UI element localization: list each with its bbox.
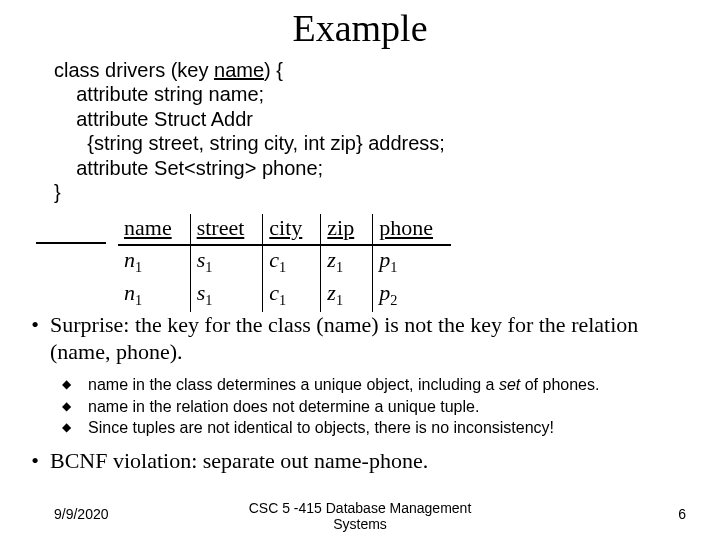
- footer-center: CSC 5 -415 Database Management Systems: [0, 501, 720, 532]
- code-l6: }: [54, 181, 61, 203]
- code-l3: attribute Struct Addr: [54, 108, 253, 130]
- bullet-2: • BCNF violation: separate out name-phon…: [20, 448, 694, 475]
- th-street: street: [190, 214, 263, 245]
- diamond-icon: ◆: [62, 374, 88, 396]
- cell: z1: [321, 279, 373, 312]
- bullet-dot: •: [20, 312, 50, 366]
- code-l1-key: name: [214, 59, 264, 81]
- th-name: name: [118, 214, 190, 245]
- cell: z1: [321, 245, 373, 279]
- code-l1a: class drivers (key: [54, 59, 214, 81]
- lead-line: [36, 242, 106, 244]
- cell: n1: [118, 245, 190, 279]
- diamond-icon: ◆: [62, 417, 88, 439]
- code-l5: attribute Set<string> phone;: [54, 157, 323, 179]
- cell: s1: [190, 245, 263, 279]
- cell: c1: [263, 279, 321, 312]
- code-l4: {string street, string city, int zip} ad…: [54, 132, 445, 154]
- table-row: n1 s1 c1 z1 p1: [118, 245, 451, 279]
- slide: Example class drivers (key name) { attri…: [0, 0, 720, 540]
- th-phone: phone: [373, 214, 451, 245]
- bullet-2-text: BCNF violation: separate out name-phone.: [50, 448, 428, 475]
- relation-table: name street city zip phone n1 s1 c1 z1 p…: [118, 214, 451, 312]
- table-row: n1 s1 c1 z1 p2: [118, 279, 451, 312]
- footer-page-number: 6: [678, 506, 686, 522]
- diamond-icon: ◆: [62, 396, 88, 418]
- code-block: class drivers (key name) { attribute str…: [54, 58, 445, 204]
- th-zip: zip: [321, 214, 373, 245]
- sub-bullet-a: ◆ name in the class determines a unique …: [62, 374, 702, 396]
- bullet-1: • Surprise: the key for the class (name)…: [20, 312, 694, 366]
- th-city: city: [263, 214, 321, 245]
- table-header-row: name street city zip phone: [118, 214, 451, 245]
- sub-bullet-b: ◆ name in the relation does not determin…: [62, 396, 702, 418]
- code-l1c: ) {: [264, 59, 283, 81]
- bullet-dot: •: [20, 448, 50, 475]
- cell: p2: [373, 279, 451, 312]
- sub-bullet-c: ◆ Since tuples are not identical to obje…: [62, 417, 702, 439]
- cell: c1: [263, 245, 321, 279]
- cell: n1: [118, 279, 190, 312]
- bullet-1-text: Surprise: the key for the class (name) i…: [50, 312, 694, 366]
- cell: p1: [373, 245, 451, 279]
- slide-title: Example: [0, 6, 720, 50]
- code-l2: attribute string name;: [54, 83, 264, 105]
- cell: s1: [190, 279, 263, 312]
- sub-bullets: ◆ name in the class determines a unique …: [62, 374, 702, 439]
